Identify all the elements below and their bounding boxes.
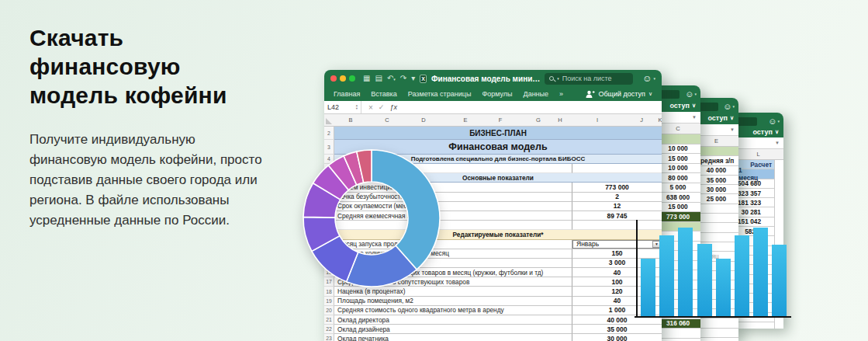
confirm-entry-icon[interactable]: ✓: [379, 103, 385, 111]
cell-label: Площадь помещения, м2: [334, 297, 572, 306]
feedback-smiley-icon[interactable]: ☺▾: [685, 90, 697, 99]
tab-0[interactable]: Главная: [334, 90, 360, 98]
cell-label: Оклад дизайнера: [334, 325, 572, 334]
share-label-fragment: оступ: [707, 114, 727, 122]
filter-icon[interactable]: ▼: [730, 127, 735, 132]
column-header-B[interactable]: B: [348, 117, 352, 124]
workbook-icon[interactable]: ▦: [363, 75, 370, 82]
column-header-K[interactable]: K: [658, 117, 662, 124]
cell-value[interactable]: 12: [572, 202, 662, 211]
column-header-C[interactable]: C: [385, 117, 389, 124]
bar-7: [753, 228, 768, 316]
share-label: Общий доступ: [598, 90, 645, 98]
formula-bar: ▼: [655, 112, 700, 124]
tab-2[interactable]: Разметка страницы: [408, 90, 472, 98]
hero-section: Скачать финансовую модель кофейни Получи…: [29, 23, 324, 231]
column-header-E: E: [694, 136, 738, 147]
share-label-row: оступ∨: [733, 127, 783, 137]
cell: [733, 322, 774, 329]
close-icon[interactable]: [330, 75, 337, 82]
name-box[interactable]: L42 ▴▾: [324, 101, 361, 113]
minimize-icon[interactable]: [340, 75, 346, 82]
cell: 1 месяц: [733, 169, 774, 179]
column-header-G[interactable]: G: [536, 117, 541, 124]
search-field-fragment: [737, 117, 757, 126]
x-axis: [635, 316, 791, 318]
sheet-row: 18Наценка (в процентах)120: [324, 287, 662, 296]
toolbar-caret-icon[interactable]: ▾: [411, 75, 415, 82]
row-number: 21: [324, 315, 334, 325]
column-header-E[interactable]: E: [463, 117, 467, 124]
titlebar-row: ☺▾: [694, 98, 738, 112]
cell: [655, 134, 700, 144]
bar-6: [735, 235, 749, 316]
tab-3[interactable]: Формулы: [482, 90, 512, 98]
cell: 181 323: [733, 198, 774, 207]
feedback-smiley-icon[interactable]: ☺▾: [642, 73, 655, 84]
undo-icon[interactable]: ↶▾: [387, 75, 396, 82]
share-label-fragment: оступ: [752, 128, 772, 136]
column-header-D[interactable]: D: [421, 117, 425, 124]
column-headers: BCDEFGHIJK: [324, 114, 662, 127]
chevron-down-icon: ∨: [775, 129, 779, 135]
tab-5[interactable]: »: [559, 90, 563, 98]
cell: 40 000: [694, 166, 738, 176]
select-all-corner[interactable]: [326, 118, 332, 124]
column-header-H[interactable]: H: [558, 117, 562, 124]
cancel-entry-icon[interactable]: ×: [368, 103, 373, 112]
cell: 316 060: [655, 319, 700, 329]
feedback-smiley-icon[interactable]: ☺▾: [723, 103, 735, 111]
name-box-stepper-icon[interactable]: ▴▾: [356, 104, 358, 110]
page-title: Скачать финансовую модель кофейни: [29, 23, 262, 110]
zoom-icon[interactable]: [349, 75, 355, 82]
cell-value[interactable]: 30 000: [572, 334, 662, 341]
row-number: 2: [324, 127, 334, 140]
cell: 10 000: [655, 144, 700, 155]
redo-icon[interactable]: ↷: [400, 75, 406, 82]
cell-reference: L42: [327, 103, 339, 111]
row-number: 19: [324, 297, 334, 306]
tab-1[interactable]: Вставка: [371, 90, 396, 98]
formula-bar: L42 ▴▾ × ✓ ƒx: [324, 101, 662, 114]
cell: 10 000: [655, 164, 700, 174]
cell: 35 000: [694, 176, 738, 185]
search-field-fragment: [698, 103, 718, 111]
cell: 5 000: [655, 183, 700, 193]
insert-function-icon[interactable]: ƒx: [389, 103, 397, 111]
cell: 30 000: [694, 185, 738, 194]
filter-icon[interactable]: ▼: [775, 141, 780, 145]
window-controls[interactable]: [330, 75, 355, 82]
column-header-I[interactable]: I: [597, 117, 598, 124]
share-button[interactable]: Общий доступ ∨: [586, 90, 652, 98]
donut-segment-1: [372, 150, 440, 270]
cell-value[interactable]: 773 000: [572, 183, 662, 192]
donut-chart: [302, 148, 441, 288]
titlebar-row: ☺▾: [655, 85, 700, 99]
feedback-smiley-icon[interactable]: ☺▾: [768, 117, 780, 126]
titlebar: ☺▾оступ∨: [694, 98, 738, 124]
save-icon[interactable]: ▤: [375, 75, 382, 82]
document-title: Финансовая модель мини…: [431, 75, 540, 83]
search-field-fragment: [659, 90, 680, 99]
titlebar: ▦ ▤ ↶▾ ↷ ▾ X Финансовая модель мини… ▾ П…: [324, 70, 662, 87]
formula-bar: ▼: [694, 124, 738, 136]
cell: 30 281: [733, 207, 774, 217]
filter-icon[interactable]: ▼: [692, 115, 697, 120]
bar-2: [659, 235, 674, 316]
chevron-down-icon: ∨: [692, 103, 696, 109]
share-label-row: оступ∨: [694, 112, 738, 124]
cell-label: Оклад печатника: [334, 334, 572, 341]
cell-value[interactable]: [572, 164, 662, 173]
column-header-F[interactable]: F: [499, 117, 503, 124]
tab-4[interactable]: Данные: [524, 90, 549, 98]
cell-value[interactable]: 35 000: [572, 325, 662, 334]
chevron-down-icon: ∨: [648, 91, 652, 97]
chevron-down-icon: ∨: [730, 115, 734, 121]
cell-value[interactable]: 2: [572, 193, 662, 202]
cell: Средняя з/п: [694, 156, 738, 165]
column-header-J[interactable]: J: [640, 117, 643, 124]
cell: 504 680: [733, 179, 774, 189]
search-input[interactable]: ▾ Поиск на листе: [545, 73, 633, 85]
page: Скачать финансовую модель кофейни Получи…: [0, 0, 868, 341]
bar-1: [641, 259, 655, 316]
